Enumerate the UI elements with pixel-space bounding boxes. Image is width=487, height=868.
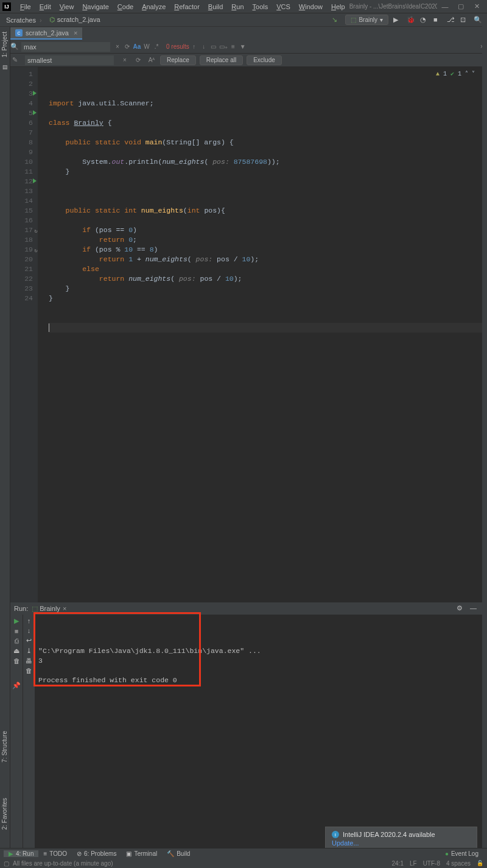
- whole-words-button[interactable]: W: [142, 42, 152, 52]
- preserve-case-button[interactable]: Aᴬ: [147, 55, 156, 65]
- run-config-icon: ⬚: [32, 605, 38, 613]
- minimize-button[interactable]: —: [441, 2, 449, 11]
- menu-window[interactable]: Window: [295, 3, 327, 10]
- menu-vcs[interactable]: VCS: [272, 3, 295, 10]
- run-tool-window: Run: ⬚ Brainly × ⚙ — ▶ ■ ⎙ ⏏ 🗑 📌 ↑ ↓ ↩ ⤓…: [10, 602, 482, 852]
- print-button[interactable]: 🖶: [26, 657, 32, 665]
- terminal-tab-button[interactable]: ▣Terminal: [121, 850, 162, 857]
- menu-analyze[interactable]: Analyze: [138, 3, 170, 10]
- tab-close-button[interactable]: ×: [74, 29, 77, 37]
- history-replace-button[interactable]: ⟳: [133, 55, 143, 65]
- run-button[interactable]: ▶: [393, 16, 402, 24]
- menu-view[interactable]: View: [55, 3, 79, 10]
- run-settings-icon[interactable]: ⚙: [457, 604, 465, 613]
- chevron-up-icon[interactable]: ˄: [465, 69, 468, 79]
- chevron-down-icon[interactable]: ˅: [472, 69, 475, 79]
- add-selection-button[interactable]: ▭₊: [219, 42, 228, 52]
- trash-button[interactable]: 🗑: [13, 657, 20, 665]
- run-console-output[interactable]: "C:\Program Files\Java\jdk1.8.0_111\bin\…: [35, 615, 482, 852]
- tab-filename: scratch_2.java: [26, 29, 69, 37]
- event-log-tab-button[interactable]: ●Event Log: [440, 850, 483, 857]
- coverage-button[interactable]: ◔: [420, 16, 429, 24]
- menu-navigate[interactable]: Navigate: [78, 3, 113, 10]
- inspections-widget[interactable]: ▲1 ✔1 ˄ ˅: [436, 69, 475, 79]
- menu-code[interactable]: Code: [113, 3, 138, 10]
- replace-icon: ✎: [10, 56, 19, 64]
- replace-all-button[interactable]: Replace all: [200, 55, 243, 65]
- exclude-button[interactable]: Exclude: [247, 55, 282, 65]
- window-title: Brainly - ...\JetBrains\IdeaIC2020.2\scr…: [349, 3, 437, 10]
- update-link[interactable]: Update...: [332, 839, 471, 847]
- replace-input[interactable]: [25, 55, 114, 65]
- stop-button[interactable]: ■: [433, 16, 442, 24]
- run-config-selector[interactable]: ⬚Brainly▾: [345, 15, 388, 25]
- replace-button[interactable]: Replace: [160, 55, 196, 65]
- gutter: 1234567891011121314151617↻1819↻202122232…: [10, 67, 38, 602]
- git-button[interactable]: ⎇: [447, 16, 455, 24]
- menu-tools[interactable]: Tools: [248, 3, 273, 10]
- exit-button[interactable]: ⏏: [13, 647, 19, 655]
- clear-button[interactable]: 🗑: [26, 667, 32, 674]
- soft-wrap-button[interactable]: ↩: [26, 637, 32, 644]
- run-hide-icon[interactable]: —: [470, 604, 478, 613]
- caret-position[interactable]: 24:1: [391, 860, 403, 867]
- line-separator[interactable]: LF: [410, 860, 417, 867]
- status-dock-icon[interactable]: ▢: [4, 860, 9, 867]
- breadcrumb-scratches[interactable]: Scratches: [2, 16, 46, 24]
- notification-title: IntelliJ IDEA 2020.2.4 available: [343, 831, 435, 838]
- prev-match-button[interactable]: ↑: [189, 42, 199, 52]
- favorites-tool-tab[interactable]: 2: Favorites: [0, 793, 9, 834]
- problems-tab-button[interactable]: ⊘6: Problems: [72, 850, 121, 857]
- select-all-button[interactable]: ▭: [209, 42, 219, 52]
- close-button[interactable]: ✕: [472, 2, 481, 11]
- project-tool-tab[interactable]: 1: Project: [0, 27, 9, 62]
- menu-file[interactable]: File: [16, 3, 35, 10]
- check-icon: ✔: [450, 69, 454, 79]
- match-case-button[interactable]: Aa: [132, 42, 142, 52]
- clear-find-button[interactable]: ×: [113, 42, 122, 52]
- indent-config[interactable]: 4 spaces: [446, 860, 471, 867]
- run-tab-close[interactable]: ×: [63, 605, 66, 612]
- menu-run[interactable]: Run: [227, 3, 248, 10]
- run-tab-name[interactable]: Brainly: [40, 605, 60, 612]
- structure-tool-tab[interactable]: 7: Structure: [0, 726, 9, 767]
- right-tool-strip: [482, 13, 487, 859]
- file-tab-scratch2[interactable]: C scratch_2.java ×: [10, 27, 82, 40]
- search-everywhere-button[interactable]: ⊡: [460, 16, 469, 24]
- maximize-button[interactable]: ▢: [457, 2, 465, 11]
- search-button[interactable]: 🔍: [474, 16, 482, 24]
- find-bar: 🔍 × ⟳ Aa W .* 0 results ↑ ↓ ▭ ▭₊ ≡ ▼ ×: [0, 40, 487, 54]
- next-match-button[interactable]: ↓: [199, 42, 209, 52]
- menu-bar: IJ FileEditViewNavigateCodeAnalyzeRefact…: [0, 0, 487, 13]
- pin-button[interactable]: 📌: [12, 682, 21, 690]
- menu-help[interactable]: Help: [327, 3, 349, 10]
- update-notification[interactable]: iIntelliJ IDEA 2020.2.4 available Update…: [325, 827, 477, 851]
- filter-button[interactable]: ≡: [228, 42, 238, 52]
- funnel-icon[interactable]: ▼: [238, 42, 248, 52]
- up-trace-button[interactable]: ↑: [27, 617, 31, 624]
- editor-tabs: C scratch_2.java ×: [0, 27, 487, 40]
- file-encoding[interactable]: UTF-8: [423, 860, 440, 867]
- menu-build[interactable]: Build: [204, 3, 227, 10]
- run-tab-button[interactable]: ▶4: Run: [4, 850, 38, 857]
- code-editor[interactable]: 1234567891011121314151617↻1819↻202122232…: [10, 67, 482, 602]
- down-trace-button[interactable]: ↓: [27, 627, 31, 634]
- files-icon[interactable]: ▤: [0, 62, 10, 72]
- replace-bar: ✎ × ⟳ Aᴬ Replace Replace all Exclude: [0, 54, 487, 67]
- rerun-button[interactable]: ▶: [14, 617, 19, 625]
- todo-tab-button[interactable]: ≡TODO: [38, 850, 72, 857]
- stop-run-button[interactable]: ■: [15, 627, 19, 635]
- history-find-button[interactable]: ⟳: [122, 42, 132, 52]
- build-icon[interactable]: ↘: [332, 16, 340, 24]
- find-input[interactable]: [21, 42, 110, 52]
- readonly-lock-icon[interactable]: 🔓: [477, 860, 483, 867]
- clear-replace-button[interactable]: ×: [120, 55, 130, 65]
- breadcrumb-file[interactable]: ⌬ scratch_2.java: [46, 16, 108, 24]
- menu-edit[interactable]: Edit: [35, 3, 55, 10]
- scroll-end-button[interactable]: ⤓: [26, 647, 32, 655]
- regex-button[interactable]: .*: [152, 42, 161, 52]
- build-tab-button[interactable]: 🔨Build: [162, 850, 195, 857]
- menu-refactor[interactable]: Refactor: [170, 3, 204, 10]
- debug-button[interactable]: 🐞: [407, 16, 415, 24]
- dump-threads-button[interactable]: ⎙: [15, 637, 19, 644]
